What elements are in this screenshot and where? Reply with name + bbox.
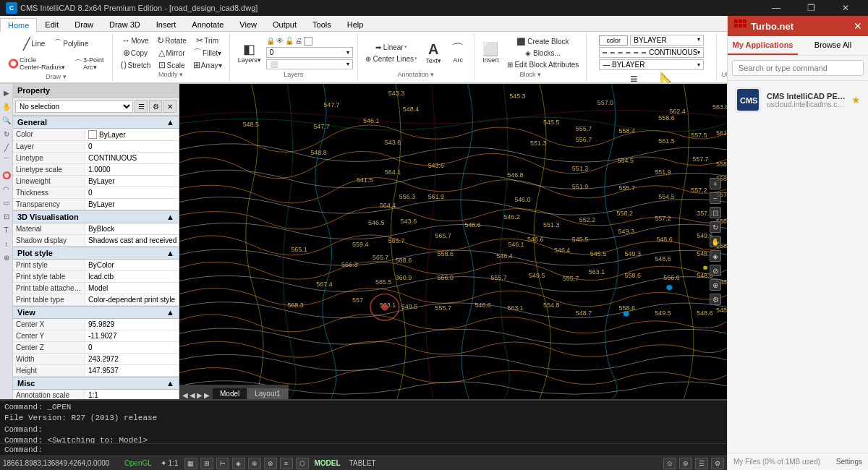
trim-button[interactable]: ✂Trim <box>190 35 225 46</box>
props-val-cy[interactable]: -11.9027 <box>85 330 179 341</box>
entity-color-swatch[interactable]: color <box>599 35 628 46</box>
layers-button[interactable]: ◧ Layers▾ <box>234 40 265 66</box>
props-val-thickness[interactable]: 0 <box>85 187 179 198</box>
turbo-settings-link[interactable]: Settings <box>836 458 862 466</box>
status-icon-4[interactable]: ⚙ <box>711 458 724 469</box>
props-val-print-attached[interactable]: Model <box>85 283 179 294</box>
polyline-button[interactable]: ⌒ Polyline <box>50 35 92 52</box>
status-icon-3[interactable]: ☰ <box>695 458 708 469</box>
bylayer-color-dropdown[interactable]: BYLAYER▾ <box>630 35 704 46</box>
measure-button[interactable]: 📐Measure <box>651 70 684 84</box>
pan-btn[interactable]: ✋ <box>710 236 721 247</box>
props-val-width[interactable]: 243.2972 <box>85 354 179 364</box>
props-val-print-style[interactable]: ByColor <box>85 260 179 270</box>
tab-draw[interactable]: Draw <box>67 17 101 31</box>
props-icon-btn-2[interactable]: ⚙ <box>149 100 162 113</box>
polar-toggle[interactable]: ◈ <box>232 458 245 469</box>
props-val-cz[interactable]: 0 <box>85 342 179 353</box>
left-tool-hatch[interactable]: ⊡ <box>1 210 12 222</box>
tab-draw3d[interactable]: Draw 3D <box>101 17 148 31</box>
arc-annotation-button[interactable]: ⌒ Arc <box>446 40 469 66</box>
layer-print-btn[interactable]: 🖨 <box>295 37 302 45</box>
turbo-app-star-cms[interactable]: ★ <box>851 94 861 106</box>
lwt-toggle[interactable]: ≡ <box>280 458 293 469</box>
tab-tools[interactable]: Tools <box>305 17 339 31</box>
dynin-toggle[interactable]: ⬡ <box>296 458 309 469</box>
left-tool-zoom[interactable]: 🔍 <box>1 114 12 126</box>
props-val-print-table[interactable]: Icad.ctb <box>85 271 179 282</box>
render-btn[interactable]: ◈ <box>710 250 721 262</box>
left-tool-circle[interactable]: ⭕ <box>1 169 12 181</box>
left-tool-snap[interactable]: ⊕ <box>1 252 12 263</box>
layer-linetype-dropdown[interactable]: ⬜▾ <box>266 59 353 69</box>
section-btn[interactable]: ⊘ <box>710 265 721 276</box>
left-tool-text[interactable]: T <box>1 224 12 236</box>
circle-button[interactable]: ⭕ CircleCenter-Radius▾ <box>4 54 69 73</box>
left-tool-dim[interactable]: ↕ <box>1 238 12 249</box>
left-tool-polyline[interactable]: ⌒ <box>1 155 12 167</box>
center-lines-dropdown[interactable]: ⊕ Center Lines▾ <box>362 54 420 64</box>
section-general-header[interactable]: General▲ <box>13 116 179 129</box>
lineweight-dropdown[interactable]: — BYLAYER▾ <box>599 59 704 70</box>
props-val-height[interactable]: 147.9537 <box>85 365 179 376</box>
tablet-indicator[interactable]: TABLET <box>346 459 379 467</box>
props-icon-btn-3[interactable]: ✕ <box>163 100 176 113</box>
section-misc-header[interactable]: Misc▲ <box>13 377 179 390</box>
orbit-btn[interactable]: ↻ <box>710 221 721 233</box>
tab-help[interactable]: Help <box>339 17 372 31</box>
group-button[interactable]: ≡Group▾ <box>619 70 648 84</box>
layer-lock-btn[interactable]: 🔓 <box>285 37 294 45</box>
arc-button[interactable]: ⌒ 3-PointArc▾ <box>70 54 108 73</box>
layer-visibility-btn[interactable]: 👁 <box>276 37 284 45</box>
edit-block-attrs-button[interactable]: ⊞ Edit Block Attributes <box>504 59 582 70</box>
status-icon-2[interactable]: ⊚ <box>679 458 692 469</box>
copy-button[interactable]: ⊕Copy <box>117 47 154 59</box>
turbo-app-item-cms[interactable]: CMS CMS IntelliCAD PE 8.2.9... uscloud.i… <box>728 81 868 119</box>
left-tool-line[interactable]: ╱ <box>1 142 12 153</box>
osnap-toggle[interactable]: ⊕ <box>248 458 261 469</box>
zoom-out-btn[interactable]: − <box>710 192 721 204</box>
rotate-button[interactable]: ↻Rotate <box>154 35 189 46</box>
blocks-button[interactable]: ◈ Blocks... <box>504 48 582 59</box>
cad-viewport[interactable]: 543.3 545.3 547.7 548.4 557.0 562.4 563.… <box>179 84 727 399</box>
turbo-tab-my-apps[interactable]: My Applications <box>728 36 798 55</box>
tab-edit[interactable]: Edit <box>37 17 67 31</box>
line-button[interactable]: ╱ Line <box>20 35 48 53</box>
tab-output[interactable]: Output <box>265 17 305 31</box>
props-val-layer[interactable]: 0 <box>85 141 179 152</box>
tab-home[interactable]: Home <box>0 18 37 32</box>
section-view-header[interactable]: View▲ <box>13 306 179 319</box>
tab-view[interactable]: View <box>231 17 265 31</box>
section-plotstyle-header[interactable]: Plot style▲ <box>13 247 179 260</box>
insert-button[interactable]: ⬜Insert <box>479 40 503 66</box>
left-tool-orbit[interactable]: ↻ <box>1 128 12 140</box>
zoom-extents-btn[interactable]: ⊡ <box>710 207 721 218</box>
snap-toggle[interactable]: ▦ <box>184 458 197 469</box>
minimize-button[interactable]: — <box>760 0 793 16</box>
create-block-button[interactable]: ⬛ Create Block <box>504 36 582 47</box>
props-val-linetype[interactable]: CONTINUOUS <box>85 153 179 163</box>
props-val-shadow[interactable]: Shadows cast and received <box>85 235 179 246</box>
maximize-button[interactable]: ❐ <box>794 0 827 16</box>
ortho-toggle[interactable]: ⊢ <box>216 458 229 469</box>
props-val-linetype-scale[interactable]: 1.0000 <box>85 164 179 175</box>
scale-indicator[interactable]: ✦ 1:1 <box>158 459 182 467</box>
left-tool-arc[interactable]: ◠ <box>1 183 12 195</box>
viewport-nav-arrows[interactable]: ◀◀▶▶ <box>179 391 213 399</box>
tab-model[interactable]: Model <box>213 388 247 399</box>
zoom-in-btn[interactable]: + <box>710 178 721 189</box>
move-button[interactable]: ↔Move <box>117 35 154 46</box>
left-tool-select[interactable]: ▶ <box>1 87 12 98</box>
status-icon-1[interactable]: ⊙ <box>663 458 676 469</box>
command-input[interactable] <box>43 445 723 455</box>
coord-btn[interactable]: ⊕ <box>710 279 721 291</box>
props-val-material[interactable]: ByBlock <box>85 223 179 234</box>
left-tool-pan[interactable]: ✋ <box>1 101 12 112</box>
array-button[interactable]: ⊞Array▾ <box>190 59 225 71</box>
layer-name-dropdown[interactable]: 0▾ <box>266 47 353 58</box>
props-val-lineweight[interactable]: ByLayer <box>85 176 179 187</box>
turbo-tab-browse[interactable]: Browse All <box>798 36 868 55</box>
fillet-button[interactable]: ⌒Fillet▾ <box>190 47 225 59</box>
scale-button[interactable]: ⊡Scale <box>154 59 189 71</box>
layer-color-btn[interactable] <box>304 37 312 46</box>
